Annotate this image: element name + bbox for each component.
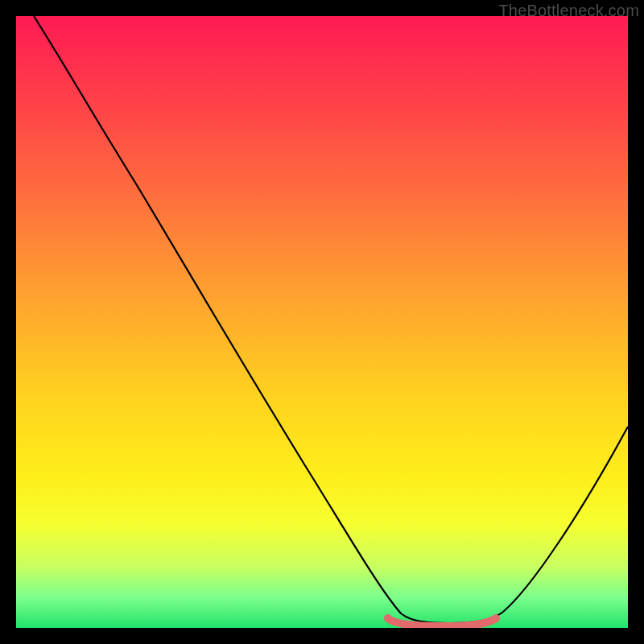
watermark-text: TheBottleneck.com: [498, 2, 639, 20]
optimal-range-marker: [388, 618, 496, 626]
chart-frame: TheBottleneck.com: [0, 0, 644, 644]
bottleneck-curve: [34, 16, 628, 623]
chart-svg: [16, 16, 628, 628]
plot-area: [16, 16, 628, 628]
